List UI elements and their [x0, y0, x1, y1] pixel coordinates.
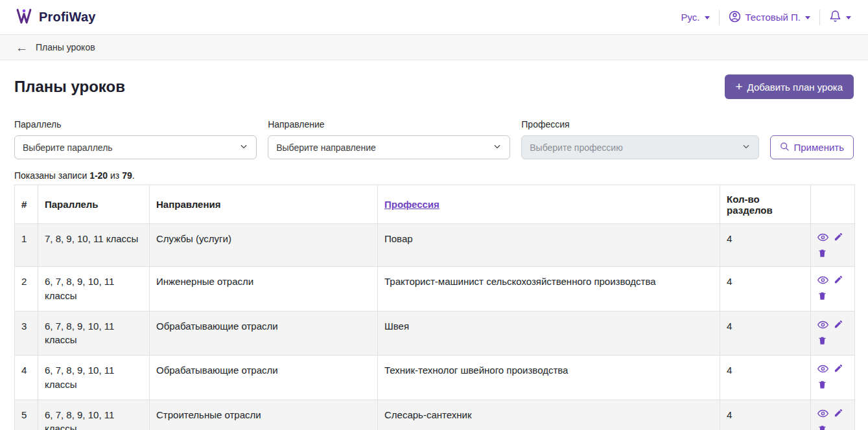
cell-direction: Обрабатывающие отрасли: [150, 311, 378, 356]
chevron-down-icon: [805, 16, 810, 19]
cell-profession: Тракторист-машинист сельскохозяйственног…: [378, 267, 720, 311]
language-label: Рус.: [681, 12, 700, 23]
edit-icon[interactable]: [834, 363, 843, 374]
search-icon: [780, 142, 790, 153]
cell-direction: Строительные отрасли: [150, 400, 378, 430]
cell-actions: [811, 400, 855, 430]
language-dropdown[interactable]: Рус.: [681, 12, 710, 23]
profession-select-value: Выберите профессию: [530, 142, 622, 153]
cell-parallel: 6, 7, 8, 9, 10, 11 классы: [38, 400, 150, 430]
cell-actions: [811, 311, 855, 356]
cell-row-number: 4: [15, 356, 38, 400]
cell-parallel: 6, 7, 8, 9, 10, 11 классы: [38, 267, 150, 311]
plus-icon: +: [736, 80, 743, 93]
filter-profession: Профессия Выберите профессию: [521, 119, 758, 159]
table-body: 1 7, 8, 9, 10, 11 классы Службы (услуги)…: [15, 224, 855, 430]
table-row: 1 7, 8, 9, 10, 11 классы Службы (услуги)…: [15, 224, 855, 267]
col-header-profession: Профессия: [378, 185, 720, 224]
cell-parallel: 6, 7, 8, 9, 10, 11 классы: [38, 311, 150, 356]
filter-profession-label: Профессия: [521, 119, 758, 130]
chevron-down-icon: [493, 142, 502, 153]
brand-logo[interactable]: ProfiWay: [14, 7, 96, 28]
filter-direction: Направление Выберите направление: [268, 119, 510, 159]
apply-filters-label: Применить: [794, 142, 845, 153]
view-icon[interactable]: [817, 232, 828, 243]
brand-logo-icon: [14, 7, 34, 28]
add-lesson-plan-button[interactable]: + Добавить план урока: [725, 74, 854, 99]
table-row: 4 6, 7, 8, 9, 10, 11 классы Обрабатывающ…: [15, 356, 855, 400]
bell-icon: [829, 10, 841, 25]
col-header-actions: [811, 185, 855, 224]
view-icon[interactable]: [817, 275, 828, 286]
navbar-right: Рус. Тестовый П.: [681, 10, 851, 25]
cell-sections-count: 4: [720, 224, 811, 267]
user-dropdown[interactable]: Тестовый П.: [729, 10, 810, 25]
cell-direction: Инженерные отрасли: [150, 267, 378, 311]
profession-sort-link[interactable]: Профессия: [384, 199, 440, 210]
delete-icon[interactable]: [817, 248, 827, 258]
summary-suffix: .: [132, 170, 135, 181]
summary-range: 1-20: [89, 170, 108, 181]
notifications-dropdown[interactable]: [829, 10, 851, 25]
brand-name: ProfiWay: [39, 10, 96, 25]
profession-select[interactable]: Выберите профессию: [521, 135, 758, 159]
chevron-down-icon: [846, 16, 851, 19]
chevron-down-icon: [705, 16, 710, 19]
cell-parallel: 6, 7, 8, 9, 10, 11 классы: [38, 356, 150, 400]
parallel-select[interactable]: Выберите параллель: [14, 135, 257, 159]
chevron-down-icon: [239, 142, 248, 153]
cell-row-number: 2: [15, 267, 38, 311]
delete-icon[interactable]: [817, 291, 827, 301]
cell-profession: Слесарь-сантехник: [378, 400, 720, 430]
user-icon: [729, 10, 741, 25]
edit-icon[interactable]: [834, 319, 843, 330]
cell-sections-count: 4: [720, 356, 811, 400]
add-lesson-plan-label: Добавить план урока: [747, 82, 843, 93]
table-row: 5 6, 7, 8, 9, 10, 11 классы Строительные…: [15, 400, 855, 430]
cell-sections-count: 4: [720, 400, 811, 430]
back-arrow-icon[interactable]: ←: [16, 41, 28, 54]
records-summary: Показаны записи 1-20 из 79.: [14, 170, 854, 181]
page-title: Планы уроков: [14, 78, 125, 96]
delete-icon[interactable]: [817, 379, 827, 390]
parallel-select-value: Выберите параллель: [23, 142, 113, 153]
breadcrumb-label: Планы уроков: [36, 42, 95, 52]
cell-row-number: 3: [15, 311, 38, 356]
navbar-divider: [719, 10, 720, 25]
user-name-label: Тестовый П.: [745, 12, 801, 23]
page-header: Планы уроков + Добавить план урока: [14, 74, 854, 99]
view-icon[interactable]: [817, 319, 828, 330]
cell-sections-count: 4: [720, 311, 811, 356]
filters-row: Параллель Выберите параллель Направление…: [14, 119, 854, 159]
delete-icon[interactable]: [817, 424, 827, 430]
cell-actions: [811, 356, 855, 400]
edit-icon[interactable]: [834, 232, 843, 243]
summary-of: из: [110, 170, 119, 181]
view-icon[interactable]: [817, 408, 828, 419]
main-content: Планы уроков + Добавить план урока Парал…: [0, 60, 868, 430]
table-row: 3 6, 7, 8, 9, 10, 11 классы Обрабатывающ…: [15, 311, 855, 356]
lesson-plans-table: # Параллель Направления Профессия Кол-во…: [14, 185, 855, 430]
edit-icon[interactable]: [834, 275, 843, 286]
cell-profession: Техник-технолог швейного производства: [378, 356, 720, 400]
apply-filters-button[interactable]: Применить: [770, 135, 854, 159]
summary-prefix: Показаны записи: [14, 170, 87, 181]
direction-select[interactable]: Выберите направление: [268, 135, 510, 159]
top-navbar: ProfiWay Рус. Тестовый П.: [0, 0, 868, 35]
view-icon[interactable]: [817, 363, 828, 374]
filter-parallel: Параллель Выберите параллель: [14, 119, 257, 159]
cell-actions: [811, 267, 855, 311]
cell-direction: Службы (услуги): [150, 224, 378, 267]
cell-row-number: 1: [15, 224, 38, 267]
edit-icon[interactable]: [834, 408, 843, 419]
cell-direction: Обрабатывающие отрасли: [150, 356, 378, 400]
cell-parallel: 7, 8, 9, 10, 11 классы: [38, 224, 150, 267]
cell-profession: Повар: [378, 224, 720, 267]
breadcrumb: ← Планы уроков: [0, 35, 868, 60]
filter-direction-label: Направление: [268, 119, 510, 130]
cell-profession: Швея: [378, 311, 720, 356]
navbar-divider: [819, 10, 820, 25]
cell-row-number: 5: [15, 400, 38, 430]
delete-icon[interactable]: [817, 335, 827, 346]
filter-parallel-label: Параллель: [14, 119, 257, 130]
